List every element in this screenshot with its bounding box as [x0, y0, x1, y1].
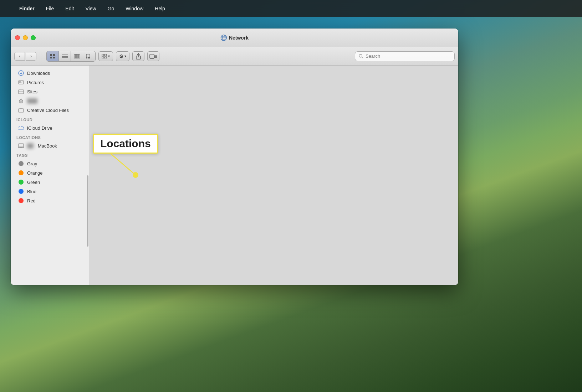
- desktop: Finder File Edit View Go Window Help: [0, 0, 582, 392]
- tag-red-icon: [18, 197, 24, 204]
- macbook-name-blurred: [27, 143, 34, 149]
- view-button-group: [46, 51, 96, 62]
- close-button[interactable]: [15, 35, 20, 40]
- window-title-area: Network: [220, 35, 249, 41]
- svg-rect-6: [53, 54, 55, 56]
- sidebar-item-home[interactable]: [12, 96, 87, 105]
- edit-menu[interactable]: Edit: [63, 5, 76, 12]
- svg-rect-12: [74, 54, 76, 58]
- sidebar-item-tag-red[interactable]: Red: [12, 196, 87, 205]
- toolbar: ‹ ›: [11, 47, 458, 66]
- sites-label: Sites: [27, 89, 37, 94]
- svg-rect-20: [104, 54, 107, 56]
- pictures-icon: [18, 79, 24, 86]
- svg-rect-21: [102, 57, 104, 58]
- help-menu[interactable]: Help: [153, 5, 167, 12]
- svg-rect-39: [20, 102, 22, 103]
- finder-window: Network ‹ ›: [11, 29, 458, 285]
- sidebar: Downloads Pictures: [11, 66, 89, 285]
- tag-green-icon: [18, 179, 24, 185]
- tag-icon: [149, 53, 157, 59]
- svg-rect-43: [20, 148, 22, 148]
- svg-rect-22: [104, 57, 107, 58]
- icloud-section-header: iCloud: [11, 115, 89, 123]
- window-menu[interactable]: Window: [123, 5, 146, 12]
- tag-orange-icon: [18, 170, 24, 176]
- svg-rect-13: [76, 54, 78, 58]
- svg-rect-40: [19, 109, 24, 112]
- sidebar-item-downloads[interactable]: Downloads: [12, 68, 87, 78]
- tag-gray-label: Gray: [27, 161, 37, 166]
- tag-button[interactable]: [147, 51, 159, 61]
- svg-rect-16: [86, 57, 87, 58]
- column-view-button[interactable]: [71, 51, 83, 61]
- search-input[interactable]: [366, 53, 451, 59]
- maximize-button[interactable]: [31, 35, 36, 40]
- gallery-icon: [86, 54, 92, 58]
- share-icon: [136, 53, 141, 60]
- svg-rect-25: [150, 54, 154, 58]
- file-menu[interactable]: File: [44, 5, 56, 12]
- svg-rect-5: [50, 54, 52, 56]
- group-button[interactable]: ▾: [98, 51, 113, 61]
- finder-menu[interactable]: Finder: [17, 5, 37, 12]
- forward-button[interactable]: ›: [26, 52, 36, 61]
- content-area: Downloads Pictures: [11, 66, 458, 285]
- icloud-drive-label: iCloud Drive: [27, 125, 52, 131]
- macbook-icon: [18, 143, 24, 149]
- group-icon: [102, 54, 107, 58]
- titlebar: Network: [11, 29, 458, 47]
- sidebar-item-sites[interactable]: Sites: [12, 87, 87, 96]
- tag-green-label: Green: [27, 180, 40, 185]
- apple-menu[interactable]: [6, 8, 10, 9]
- nav-buttons: ‹ ›: [14, 52, 36, 61]
- sites-icon: [18, 88, 24, 95]
- minimize-button[interactable]: [23, 35, 28, 40]
- home-icon: [18, 98, 24, 104]
- svg-rect-35: [19, 90, 24, 94]
- chevron-left-icon: ‹: [19, 54, 20, 59]
- sidebar-item-macbook[interactable]: MacBook: [12, 141, 87, 150]
- traffic-lights: [15, 35, 36, 40]
- svg-rect-7: [50, 57, 52, 58]
- grid-icon: [50, 54, 56, 59]
- sidebar-item-icloud-drive[interactable]: iCloud Drive: [12, 123, 87, 133]
- sidebar-item-tag-orange[interactable]: Orange: [12, 168, 87, 177]
- sidebar-item-pictures[interactable]: Pictures: [12, 78, 87, 87]
- search-bar[interactable]: [355, 51, 455, 61]
- svg-rect-18: [89, 57, 90, 58]
- sidebar-item-tag-gray[interactable]: Gray: [12, 159, 87, 168]
- view-menu[interactable]: View: [83, 5, 98, 12]
- share-button[interactable]: [132, 51, 144, 61]
- locations-section-header: Locations: [11, 133, 89, 141]
- svg-point-29: [359, 54, 362, 57]
- window-title: Network: [229, 35, 249, 41]
- tag-gray-icon: [18, 160, 24, 167]
- svg-rect-17: [88, 57, 89, 58]
- back-button[interactable]: ‹: [14, 52, 25, 61]
- menubar: Finder File Edit View Go Window Help: [0, 0, 582, 17]
- main-file-area: [89, 66, 458, 285]
- downloads-label: Downloads: [27, 71, 50, 76]
- sidebar-scrollbar[interactable]: [87, 66, 89, 285]
- action-button[interactable]: ⚙ ▾: [116, 51, 129, 61]
- sidebar-item-tag-blue[interactable]: Blue: [12, 187, 87, 196]
- tags-section-header: Tags: [11, 150, 89, 159]
- sidebar-item-tag-green[interactable]: Green: [12, 177, 87, 187]
- gallery-view-button[interactable]: [83, 51, 95, 61]
- creative-cloud-icon: [18, 107, 24, 113]
- svg-rect-8: [53, 57, 55, 58]
- tag-blue-label: Blue: [27, 189, 36, 194]
- go-menu[interactable]: Go: [106, 5, 117, 12]
- chevron-down-icon: ▾: [108, 54, 110, 58]
- pictures-label: Pictures: [27, 80, 44, 85]
- svg-rect-37: [19, 89, 24, 90]
- action-chevron-icon: ▾: [124, 54, 126, 58]
- tag-red-label: Red: [27, 198, 36, 203]
- sidebar-item-creative-cloud[interactable]: Creative Cloud Files: [12, 105, 87, 115]
- list-view-button[interactable]: [59, 51, 71, 61]
- gear-icon: ⚙: [119, 53, 124, 59]
- search-icon: [359, 54, 363, 59]
- downloads-icon: [18, 70, 24, 76]
- icon-view-button[interactable]: [47, 51, 59, 61]
